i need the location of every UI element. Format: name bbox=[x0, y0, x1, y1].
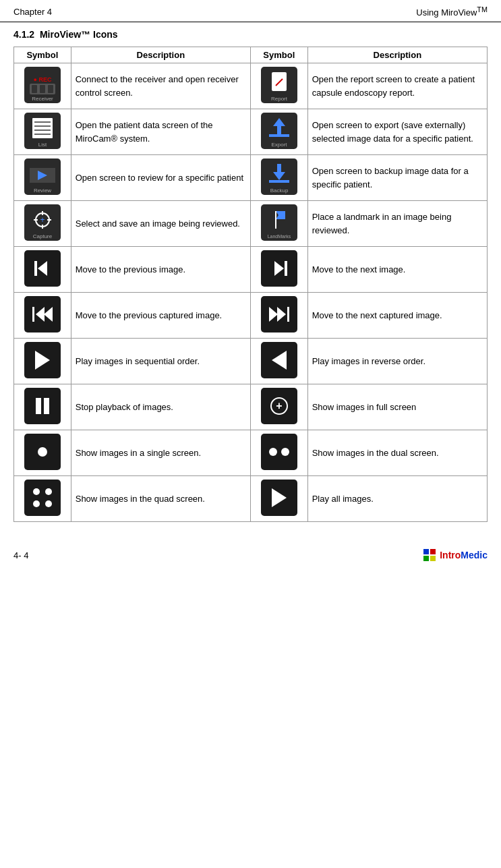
desc-text-right-1: Open screen to export (save externally) … bbox=[312, 120, 473, 144]
icon-cell-right-6 bbox=[250, 339, 307, 384]
icon-cell-right-5 bbox=[250, 293, 307, 339]
section-title: 4.1.2 MiroView™ Icons bbox=[13, 29, 488, 40]
svg-rect-3 bbox=[32, 85, 37, 93]
icon-cell-left-0: ● RECReceiver bbox=[14, 63, 71, 109]
page-footer: 4- 4 IntroMedic bbox=[0, 542, 501, 568]
desc-cell-left-9: Show images in the quad screen. bbox=[71, 476, 250, 522]
svg-text:Receiver: Receiver bbox=[32, 96, 53, 102]
icon-cell-left-6 bbox=[14, 339, 71, 384]
svg-rect-12 bbox=[32, 118, 53, 138]
table-row: Play images in sequential order.Play ima… bbox=[14, 339, 488, 384]
svg-text:Backup: Backup bbox=[270, 187, 289, 194]
content-area: 4.1.2 MiroView™ Icons Symbol Description… bbox=[0, 22, 501, 536]
footer-logo: IntroMedic bbox=[423, 549, 488, 561]
desc-text-left-2: Open screen to review for a specific pat… bbox=[76, 173, 243, 183]
desc-cell-right-7: Show images in full screen bbox=[307, 384, 487, 430]
desc-cell-left-2: Open screen to review for a specific pat… bbox=[71, 155, 250, 201]
svg-text:Export: Export bbox=[271, 142, 287, 148]
icon-cell-right-7: + bbox=[250, 384, 307, 430]
svg-rect-55 bbox=[287, 307, 289, 322]
desc-text-right-7: Show images in full screen bbox=[312, 402, 417, 412]
desc-text-right-9: Play all images. bbox=[312, 494, 374, 504]
svg-rect-71 bbox=[24, 480, 61, 516]
icon-cell-right-9 bbox=[250, 476, 307, 522]
svg-text:● REC: ● REC bbox=[33, 76, 51, 83]
icon-cell-right-3: LandMarks bbox=[250, 201, 307, 247]
desc-cell-right-9: Play all images. bbox=[307, 476, 487, 522]
page-header: Chapter 4 Using MiroViewTM bbox=[0, 0, 501, 22]
desc-cell-right-4: Move to the next image. bbox=[307, 247, 487, 293]
desc-text-right-4: Move to the next image. bbox=[312, 264, 406, 274]
desc-text-left-3: Select and save an image being reviewed. bbox=[76, 219, 240, 229]
logo-squares bbox=[423, 549, 436, 561]
desc-cell-right-0: Open the report screen to create a patie… bbox=[307, 63, 487, 109]
col1-header: Symbol bbox=[14, 47, 71, 63]
desc-cell-right-3: Place a landmark in an image being revie… bbox=[307, 201, 487, 247]
icon-cell-right-4 bbox=[250, 247, 307, 293]
svg-point-75 bbox=[45, 500, 52, 507]
icon-cell-left-5 bbox=[14, 293, 71, 339]
table-row: Move to the previous image.Move to the n… bbox=[14, 247, 488, 293]
col4-header: Description bbox=[307, 47, 487, 63]
svg-rect-61 bbox=[36, 398, 41, 414]
icon-cell-left-9 bbox=[14, 476, 71, 522]
desc-cell-right-2: Open screen to backup image data for a s… bbox=[307, 155, 487, 201]
desc-cell-right-1: Open screen to export (save externally) … bbox=[307, 109, 487, 155]
desc-text-right-2: Open screen to backup image data for a s… bbox=[312, 166, 469, 190]
svg-point-74 bbox=[33, 500, 40, 507]
desc-cell-left-6: Play images in sequential order. bbox=[71, 339, 250, 384]
desc-cell-left-3: Select and save an image being reviewed. bbox=[71, 201, 250, 247]
desc-cell-right-6: Play images in reverse order. bbox=[307, 339, 487, 384]
logo-sq-3 bbox=[423, 556, 429, 561]
svg-text:LandMarks: LandMarks bbox=[268, 234, 291, 239]
logo-sq-4 bbox=[430, 556, 436, 561]
icons-table: Symbol Description Symbol Description ● … bbox=[13, 47, 488, 522]
svg-rect-47 bbox=[285, 261, 287, 276]
col2-header: Description bbox=[71, 47, 250, 63]
table-row: Stop playback of images.+Show images in … bbox=[14, 384, 488, 430]
desc-text-left-8: Show images in a single screen. bbox=[76, 448, 201, 458]
table-row: ListOpen the patient data screen of the … bbox=[14, 109, 488, 155]
logo-sq-2 bbox=[430, 549, 436, 554]
desc-text-left-0: Connect to the receiver and open receive… bbox=[76, 74, 239, 98]
table-row: ● RECReceiverConnect to the receiver and… bbox=[14, 63, 488, 109]
svg-rect-60 bbox=[24, 388, 61, 424]
table-row: ReviewOpen screen to review for a specif… bbox=[14, 155, 488, 201]
svg-point-69 bbox=[269, 448, 277, 456]
table-row: Move to the previous captured image.Move… bbox=[14, 293, 488, 339]
desc-text-left-1: Open the patient data screen of the Miro… bbox=[76, 120, 213, 144]
desc-cell-left-0: Connect to the receiver and open receive… bbox=[71, 63, 250, 109]
svg-point-73 bbox=[45, 488, 52, 495]
chapter-label: Chapter 4 bbox=[13, 7, 52, 17]
svg-text:List: List bbox=[38, 142, 47, 148]
desc-cell-left-8: Show images in a single screen. bbox=[71, 430, 250, 476]
icon-cell-right-1: Export bbox=[250, 109, 307, 155]
svg-text:+: + bbox=[40, 215, 45, 225]
svg-point-67 bbox=[38, 447, 47, 457]
desc-text-left-4: Move to the previous image. bbox=[76, 264, 185, 274]
page-number: 4- 4 bbox=[13, 550, 28, 560]
desc-cell-left-7: Stop playback of images. bbox=[71, 384, 250, 430]
icon-cell-left-3: +Capture bbox=[14, 201, 71, 247]
desc-cell-right-5: Move to the next captured image. bbox=[307, 293, 487, 339]
svg-point-72 bbox=[33, 488, 40, 495]
desc-text-left-9: Show images in the quad screen. bbox=[76, 494, 205, 504]
icon-cell-left-2: Review bbox=[14, 155, 71, 201]
svg-rect-43 bbox=[34, 261, 37, 276]
table-row: +CaptureSelect and save an image being r… bbox=[14, 201, 488, 247]
intromedic-logo: IntroMedic bbox=[423, 549, 488, 561]
desc-text-left-5: Move to the previous captured image. bbox=[76, 310, 223, 320]
svg-rect-5 bbox=[48, 85, 53, 93]
col3-header: Symbol bbox=[250, 47, 307, 63]
table-row: Show images in the quad screen.Play all … bbox=[14, 476, 488, 522]
desc-text-right-5: Move to the next captured image. bbox=[312, 310, 442, 320]
svg-text:+: + bbox=[276, 400, 282, 411]
desc-cell-left-4: Move to the previous image. bbox=[71, 247, 250, 293]
svg-rect-28 bbox=[269, 180, 289, 183]
svg-text:Capture: Capture bbox=[33, 233, 53, 239]
desc-text-left-6: Play images in sequential order. bbox=[76, 356, 200, 366]
desc-cell-left-1: Open the patient data screen of the Miro… bbox=[71, 109, 250, 155]
svg-text:Review: Review bbox=[34, 187, 51, 194]
logo-sq-1 bbox=[423, 549, 429, 554]
svg-rect-4 bbox=[40, 85, 45, 93]
